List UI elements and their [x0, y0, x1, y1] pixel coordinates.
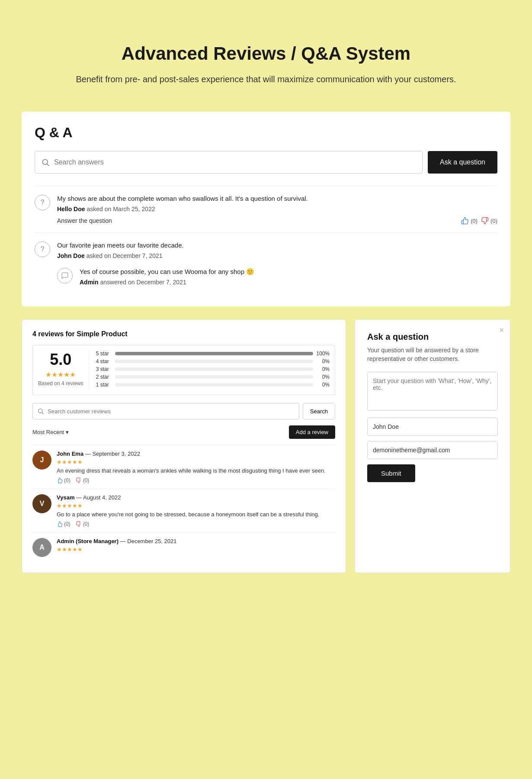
qa-content-1: My shows are about the complete woman wh… [57, 194, 497, 225]
qa-meta-2: John Doe asked on December 7, 2021 [57, 252, 497, 259]
review-search-button[interactable]: Search [303, 403, 335, 419]
search-icon [41, 158, 50, 167]
chevron-down-icon: ▾ [66, 429, 69, 435]
review-votes-1: (0) (0) [57, 477, 335, 483]
question-textarea[interactable] [367, 372, 498, 411]
qa-actions-1: Answer the question (0) [57, 217, 497, 225]
qa-content-2: Our favorite jean meets our favorite dec… [57, 241, 497, 259]
bar-row-3: 3 star 0% [96, 366, 330, 372]
bar-row-1: 1 star 0% [96, 382, 330, 388]
thumbs-down-icon-r2 [76, 521, 82, 527]
review-search-input[interactable] [48, 408, 295, 415]
rating-bars: 5 star 100% 4 star 0% 3 star 0% [96, 351, 330, 390]
qa-answer-meta-1: Admin answered on December 7, 2021 [80, 279, 497, 286]
based-on: Based on 4 reviews [38, 380, 83, 386]
thumbs-down-icon [481, 217, 489, 225]
qa-item-1: ? My shows are about the complete woman … [35, 186, 497, 232]
qa-widget: Q & A Ask a question ? My shows are abou… [22, 112, 510, 306]
thumbs-up-icon-r1 [57, 477, 63, 483]
qa-meta-1: Hello Doe asked on March 25, 2022 [57, 206, 497, 212]
reviewer-name-date-2: Vysam — August 4, 2022 [57, 494, 335, 501]
qa-section-title: Q & A [35, 125, 497, 141]
qa-answer-text-1: Yes of course possible, you can use Woom… [80, 267, 497, 276]
vote-buttons-1: (0) (0) [461, 217, 497, 225]
review-text-1: An evening dress that reveals a woman's … [57, 467, 335, 475]
review-search-row: Search [32, 403, 335, 419]
svg-line-1 [47, 164, 49, 166]
answer-icon-1 [57, 268, 73, 283]
review-item-1: J John Ema — September 3, 2022 ★★★★★ An … [32, 445, 335, 489]
review-stars-3: ★★★★★ [57, 546, 335, 553]
answer-link-1[interactable]: Answer the question [57, 217, 112, 224]
svg-point-0 [42, 159, 48, 164]
review-body-3: Admin (Store Manager) — December 25, 202… [57, 538, 335, 557]
rating-stars: ★★★★★ [38, 370, 83, 379]
question-icon-1: ? [35, 195, 50, 210]
modal-subtitle: Your question will be answered by a stor… [367, 346, 498, 363]
bar-row-4: 4 star 0% [96, 358, 330, 364]
name-input[interactable] [367, 418, 498, 436]
review-thumbs-up-1[interactable]: (0) [57, 477, 71, 483]
review-body-2: Vysam — August 4, 2022 ★★★★★ Go to a pla… [57, 494, 335, 527]
review-stars-1: ★★★★★ [57, 459, 335, 465]
review-item-3: A Admin (Store Manager) — December 25, 2… [32, 532, 335, 562]
thumbs-up-icon [461, 217, 469, 225]
bar-row-5: 5 star 100% [96, 351, 330, 357]
review-text-2: Go to a place where you're not going to … [57, 511, 335, 518]
qa-item-3: Yes of course possible, you can use Woom… [35, 267, 497, 293]
reviewer-avatar-3: A [32, 538, 51, 557]
ask-question-modal: × Ask a question Your question will be a… [355, 319, 510, 573]
bottom-row: 4 reviews for Simple Product 5.0 ★★★★★ B… [22, 319, 510, 573]
review-search-icon [37, 408, 44, 415]
qa-text-2: Our favorite jean meets our favorite dec… [57, 241, 497, 250]
review-thumbs-down-2[interactable]: (0) [76, 521, 90, 527]
qa-item-2: ? Our favorite jean meets our favorite d… [35, 232, 497, 267]
add-review-button[interactable]: Add a review [289, 425, 335, 439]
modal-close-button[interactable]: × [499, 326, 504, 335]
reviewer-avatar-1: J [32, 451, 51, 470]
rating-summary: 5.0 ★★★★★ Based on 4 reviews 5 star 100%… [32, 345, 335, 395]
review-votes-2: (0) (0) [57, 521, 335, 527]
qa-search-box [35, 151, 423, 174]
submit-button[interactable]: Submit [367, 464, 415, 482]
modal-title: Ask a question [367, 332, 498, 342]
rating-left: 5.0 ★★★★★ Based on 4 reviews [38, 351, 89, 390]
qa-answer-content-1: Yes of course possible, you can use Woom… [80, 267, 497, 286]
bar-row-2: 2 star 0% [96, 374, 330, 380]
email-input[interactable] [367, 441, 498, 459]
review-search-box [32, 403, 299, 419]
review-body-1: John Ema — September 3, 2022 ★★★★★ An ev… [57, 451, 335, 483]
svg-line-3 [42, 412, 44, 414]
thumbs-up-icon-r2 [57, 521, 63, 527]
review-item-2: V Vysam — August 4, 2022 ★★★★★ Go to a p… [32, 489, 335, 532]
reviewer-avatar-2: V [32, 494, 51, 513]
reviews-widget: 4 reviews for Simple Product 5.0 ★★★★★ B… [22, 319, 346, 573]
svg-point-2 [38, 409, 42, 413]
thumbs-down-1[interactable]: (0) [481, 217, 497, 225]
hero-section: Advanced Reviews / Q&A System Benefit fr… [17, 26, 515, 112]
review-thumbs-up-2[interactable]: (0) [57, 521, 71, 527]
big-rating: 5.0 [38, 351, 83, 369]
review-stars-2: ★★★★★ [57, 502, 335, 509]
reviewer-name-date-3: Admin (Store Manager) — December 25, 202… [57, 538, 335, 544]
sort-dropdown[interactable]: Most Recent ▾ [32, 429, 69, 435]
reviewer-name-date-1: John Ema — September 3, 2022 [57, 451, 335, 457]
qa-text-1: My shows are about the complete woman wh… [57, 194, 497, 203]
hero-subtitle: Benefit from pre- and post-sales experie… [52, 73, 480, 86]
ask-question-button[interactable]: Ask a question [428, 151, 497, 174]
question-icon-2: ? [35, 241, 50, 257]
qa-search-input[interactable] [54, 158, 416, 166]
thumbs-up-1[interactable]: (0) [461, 217, 478, 225]
hero-title: Advanced Reviews / Q&A System [52, 43, 480, 64]
qa-search-row: Ask a question [35, 151, 497, 174]
thumbs-down-icon-r1 [76, 477, 82, 483]
review-thumbs-down-1[interactable]: (0) [76, 477, 90, 483]
sort-row: Most Recent ▾ Add a review [32, 425, 335, 439]
reviews-header: 4 reviews for Simple Product [32, 330, 335, 338]
